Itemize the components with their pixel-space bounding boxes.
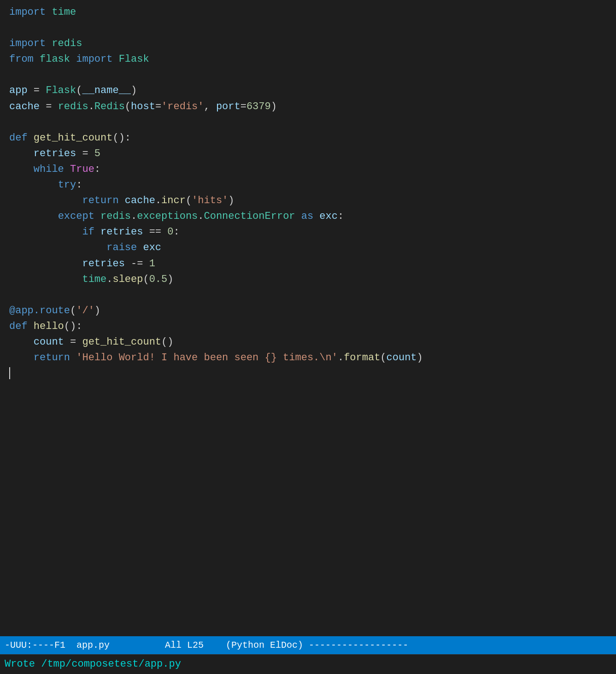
message-bar: Wrote /tmp/composetest/app.py <box>0 654 616 674</box>
code-line-18: time.sleep(0.5) <box>9 272 607 287</box>
code-line-19 <box>9 287 607 303</box>
text-cursor <box>9 367 10 379</box>
code-line-38 <box>9 586 607 601</box>
code-line-24 <box>9 366 607 381</box>
code-line-17: retries -= 1 <box>9 256 607 272</box>
code-line-3: import redis <box>9 36 607 52</box>
code-line-29 <box>9 445 607 460</box>
code-line-32 <box>9 492 607 507</box>
code-line-35 <box>9 539 607 554</box>
code-line-39 <box>9 602 607 617</box>
code-line-11: while True: <box>9 162 607 177</box>
code-line-28 <box>9 429 607 445</box>
code-line-21: def hello(): <box>9 319 607 334</box>
code-line-26 <box>9 397 607 413</box>
editor-area[interactable]: import time import redis from flask impo… <box>0 0 616 636</box>
code-line-10: retries = 5 <box>9 146 607 162</box>
code-line-25 <box>9 381 607 397</box>
code-line-27 <box>9 413 607 428</box>
code-line-8 <box>9 115 607 130</box>
code-line-7: cache = redis.Redis(host='redis', port=6… <box>9 99 607 115</box>
code-line-4: from flask import Flask <box>9 52 607 67</box>
code-line-12: try: <box>9 177 607 193</box>
code-line-5 <box>9 67 607 83</box>
code-line-6: app = Flask(__name__) <box>9 83 607 99</box>
code-line-15: if retries == 0: <box>9 224 607 240</box>
code-line-1: import time <box>9 5 607 20</box>
code-line-31 <box>9 476 607 492</box>
code-line-30 <box>9 460 607 476</box>
code-line-37 <box>9 570 607 586</box>
code-line-22: count = get_hit_count() <box>9 334 607 350</box>
code-line-9: def get_hit_count(): <box>9 130 607 146</box>
code-line-14: except redis.exceptions.ConnectionError … <box>9 209 607 224</box>
code-line-36 <box>9 554 607 570</box>
code-line-34 <box>9 523 607 539</box>
code-line-16: raise exc <box>9 240 607 256</box>
code-line-40 <box>9 617 607 633</box>
code-line-2 <box>9 20 607 36</box>
code-line-13: return cache.incr('hits') <box>9 193 607 209</box>
status-bar: -UUU:----F1 app.py All L25 (Python ElDoc… <box>0 636 616 654</box>
code-line-20: @app.route('/') <box>9 303 607 319</box>
code-line-23: return 'Hello World! I have been seen {}… <box>9 350 607 366</box>
code-line-33 <box>9 507 607 523</box>
